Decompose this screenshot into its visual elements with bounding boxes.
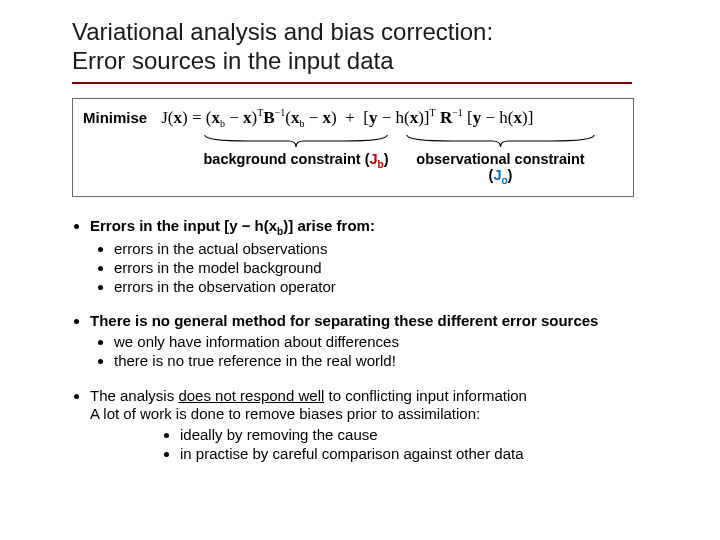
- b2-lead: There is no general method for separatin…: [90, 312, 598, 329]
- minimise-label: Minimise: [83, 109, 147, 126]
- obs-label-close: ): [508, 167, 513, 183]
- list-item: ideally by removing the cause: [180, 426, 680, 445]
- list-item: Errors in the input [y − h(xb)] arise fr…: [90, 217, 680, 297]
- slide: Variational analysis and bias correction…: [0, 0, 720, 540]
- background-brace: background constraint (Jb): [201, 133, 391, 186]
- list-item: The analysis does not respond well to co…: [90, 387, 680, 464]
- brace-icon: [201, 133, 391, 149]
- list-item: in practise by careful comparison agains…: [180, 445, 680, 464]
- b3-line1-under: does not respond well: [178, 387, 324, 404]
- equation-box: Minimise J(x) = (xb − x)TB−1(xb − x) + […: [72, 98, 634, 197]
- b3-line1-a: The analysis: [90, 387, 178, 404]
- title-line-2: Error sources in the input data: [72, 47, 394, 74]
- b3-line1: The analysis does not respond well to co…: [90, 387, 527, 404]
- list-item: we only have information about differenc…: [114, 333, 680, 352]
- cost-function-equation: J(x) = (xb − x)TB−1(xb − x) + [y − h(x)]…: [161, 107, 533, 129]
- bg-label-close: ): [384, 151, 389, 167]
- bg-label-text: background constraint (: [204, 151, 370, 167]
- observational-constraint-label: observational constraint (Jo): [403, 151, 598, 186]
- bullet-group-3: The analysis does not respond well to co…: [72, 387, 680, 464]
- background-constraint-label: background constraint (Jb): [204, 151, 389, 170]
- list-item: there is no true reference in the real w…: [114, 352, 680, 371]
- list-item: errors in the actual observations: [114, 240, 680, 259]
- equation-row: Minimise J(x) = (xb − x)TB−1(xb − x) + […: [83, 107, 623, 129]
- sub-list: ideally by removing the cause in practis…: [90, 426, 680, 464]
- title-line-1: Variational analysis and bias correction…: [72, 18, 493, 45]
- b1-lead-a: Errors in the input [y − h(x: [90, 217, 277, 234]
- body-content: Errors in the input [y − h(xb)] arise fr…: [72, 217, 680, 464]
- observational-brace: observational constraint (Jo): [403, 133, 598, 186]
- b3-line1-b: to conflicting input information: [324, 387, 527, 404]
- list-item: errors in the observation operator: [114, 278, 680, 297]
- b3-line2: A lot of work is done to remove biases p…: [90, 405, 480, 422]
- b1-lead: Errors in the input [y − h(xb)] arise fr…: [90, 217, 375, 234]
- slide-title: Variational analysis and bias correction…: [72, 18, 680, 76]
- bullet-group-1: Errors in the input [y − h(xb)] arise fr…: [72, 217, 680, 297]
- title-rule: [72, 82, 632, 84]
- sub-list: we only have information about differenc…: [90, 333, 680, 371]
- list-item: errors in the model background: [114, 259, 680, 278]
- list-item: There is no general method for separatin…: [90, 312, 680, 370]
- brace-row: background constraint (Jb) observational…: [83, 133, 623, 186]
- bullet-group-2: There is no general method for separatin…: [72, 312, 680, 370]
- sub-list: errors in the actual observations errors…: [90, 240, 680, 296]
- brace-icon: [403, 133, 598, 149]
- bg-j: J: [369, 151, 377, 167]
- b1-lead-b: )] arise from:: [283, 217, 375, 234]
